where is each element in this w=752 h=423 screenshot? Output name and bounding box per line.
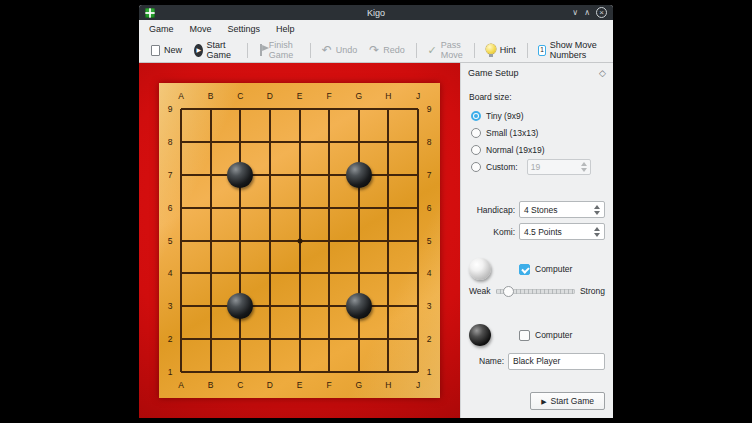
custom-size-spinbox: 19 (527, 159, 591, 175)
show-move-numbers-button[interactable]: 1 Show Move Numbers (533, 38, 606, 62)
new-button[interactable]: New (146, 43, 187, 58)
coord-label: E (297, 91, 303, 101)
go-board: ABCDEFGHJ ABCDEFGHJ 987654321 987654321 (159, 83, 440, 398)
coord-label: 2 (168, 334, 173, 344)
grid-line-vertical (358, 109, 360, 372)
menu-help[interactable]: Help (268, 22, 303, 36)
coord-label: 9 (427, 104, 432, 114)
coord-label: D (267, 380, 273, 390)
close-button[interactable]: × (596, 7, 607, 18)
coord-label: 1 (168, 367, 173, 377)
menu-game[interactable]: Game (141, 22, 182, 36)
radio-tiny[interactable]: Tiny (9x9) (461, 107, 613, 124)
new-document-icon (151, 45, 160, 56)
black-stone-C7 (227, 162, 253, 188)
radio-label-tiny: Tiny (9x9) (486, 111, 523, 121)
coord-label: G (355, 91, 362, 101)
panel-header: Game Setup ◇ (461, 63, 613, 83)
coord-label: C (237, 380, 243, 390)
coord-label: 7 (168, 170, 173, 180)
black-stone-G3 (346, 293, 372, 319)
handicap-combobox[interactable]: 4 Stones (519, 201, 605, 218)
flag-icon (258, 44, 265, 56)
radio-label-small: Small (13x13) (486, 128, 538, 138)
radio-icon-tiny (471, 111, 481, 121)
redo-label: Redo (383, 45, 405, 55)
black-computer-toggle[interactable]: Computer (519, 330, 572, 341)
komi-combobox[interactable]: 4.5 Points (519, 223, 605, 240)
radio-custom[interactable]: Custom: 19 (461, 158, 613, 175)
coord-label: J (416, 380, 420, 390)
toolbar: New ▶ Start Game Finish Game ↶ Undo ↷ Re… (139, 38, 613, 63)
komi-value: 4.5 Points (524, 227, 594, 237)
coord-label: 7 (427, 170, 432, 180)
toolbar-separator (247, 43, 248, 58)
combobox-arrows-icon (594, 227, 600, 237)
finish-game-button: Finish Game (253, 38, 304, 62)
grid-line-horizontal (181, 338, 418, 340)
toolbar-separator (474, 43, 475, 58)
pass-move-label: Pass Move (441, 40, 464, 60)
black-player-name-input[interactable] (508, 353, 605, 370)
strength-slider[interactable] (496, 286, 575, 297)
coord-label: F (327, 380, 332, 390)
coord-label: 2 (427, 334, 432, 344)
play-circle-icon: ▶ (194, 44, 203, 57)
board-size-label: Board size: (469, 92, 605, 102)
coord-label: C (237, 91, 243, 101)
komi-row: Komi: 4.5 Points (461, 223, 613, 240)
start-game-toolbar-button[interactable]: ▶ Start Game (189, 38, 241, 62)
minimize-button[interactable]: ∨ (572, 9, 578, 17)
coord-label: 5 (168, 236, 173, 246)
black-player-row: Computer (461, 323, 613, 347)
hint-label: Hint (500, 45, 516, 55)
kigo-app-icon (145, 8, 155, 18)
radio-icon-custom (471, 162, 481, 172)
strength-slider-row: Weak Strong (461, 285, 613, 297)
handicap-row: Handicap: 4 Stones (461, 201, 613, 218)
coord-label: 5 (427, 236, 432, 246)
coord-label: A (178, 380, 184, 390)
menu-settings[interactable]: Settings (220, 22, 269, 36)
black-computer-checkbox[interactable] (519, 330, 530, 341)
radio-icon-normal (471, 145, 481, 155)
window-title: Kigo (139, 8, 613, 18)
undo-label: Undo (336, 45, 358, 55)
grid-line-horizontal (181, 305, 418, 307)
start-game-button-label: Start Game (551, 396, 594, 406)
white-computer-toggle[interactable]: Computer (519, 264, 572, 275)
radio-small[interactable]: Small (13x13) (461, 124, 613, 141)
black-stone-icon (469, 324, 491, 346)
titlebar[interactable]: Kigo ∨ ∧ × (139, 5, 613, 20)
hint-button[interactable]: Hint (481, 42, 521, 59)
coord-label: 4 (168, 268, 173, 278)
coord-label: 8 (168, 137, 173, 147)
coord-label: G (355, 380, 362, 390)
detach-panel-icon[interactable]: ◇ (599, 68, 606, 78)
new-button-label: New (164, 45, 182, 55)
black-name-row: Name: (461, 352, 613, 370)
main-content: ABCDEFGHJ ABCDEFGHJ 987654321 987654321 … (139, 63, 613, 418)
start-game-button[interactable]: ▶ Start Game (530, 392, 605, 410)
star-point (297, 238, 302, 243)
coord-label: 8 (427, 137, 432, 147)
grid-line-vertical (387, 109, 389, 372)
menu-move[interactable]: Move (182, 22, 220, 36)
undo-button: ↶ Undo (317, 43, 363, 57)
maximize-button[interactable]: ∧ (584, 9, 590, 17)
toolbar-separator (416, 43, 417, 58)
coord-label: 3 (168, 301, 173, 311)
coord-label: 4 (427, 268, 432, 278)
coord-label: H (385, 380, 391, 390)
kigo-window: Kigo ∨ ∧ × Game Move Settings Help New ▶… (139, 5, 613, 418)
radio-normal[interactable]: Normal (19x19) (461, 141, 613, 158)
white-stone-icon (469, 258, 491, 280)
coord-label: H (385, 91, 391, 101)
handicap-label: Handicap: (461, 205, 519, 215)
go-grid[interactable] (181, 109, 418, 372)
white-computer-checkbox[interactable] (519, 264, 530, 275)
coord-label: J (416, 91, 420, 101)
slider-handle[interactable] (503, 286, 514, 297)
coord-label: B (208, 91, 214, 101)
coord-label: 1 (427, 367, 432, 377)
